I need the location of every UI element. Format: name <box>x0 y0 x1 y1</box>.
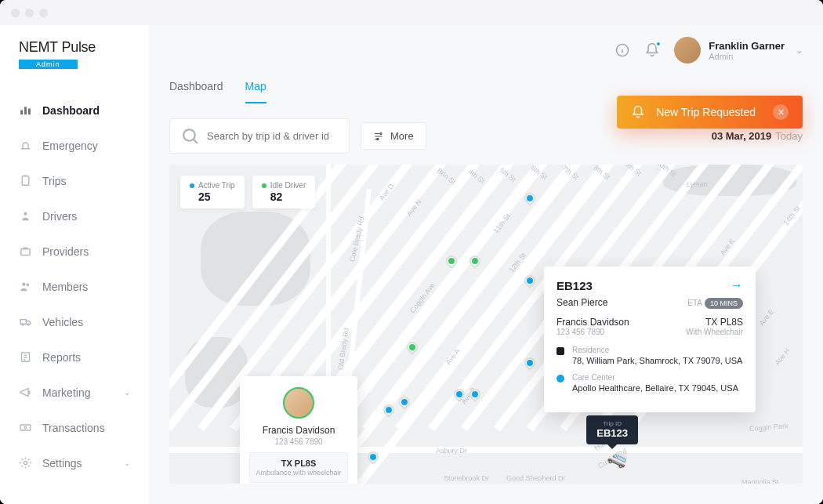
tab-map[interactable]: Map <box>245 75 266 103</box>
trip-plate: TX PL8S <box>686 317 743 328</box>
bell-icon <box>631 105 645 119</box>
sidebar-item-vehicles[interactable]: Vehicles <box>0 305 149 339</box>
sidebar-item-label: Settings <box>42 457 82 470</box>
driver-popup[interactable]: Francis Davidson 123 456 7890 TX PL8S Am… <box>240 376 357 484</box>
close-notification-button[interactable]: ✕ <box>773 104 789 120</box>
search-icon <box>180 126 200 146</box>
sidebar-item-settings[interactable]: Settings⌄ <box>0 446 149 480</box>
svg-point-14 <box>24 461 27 464</box>
eta-value: 10 MINS <box>705 298 743 309</box>
map-trip-badge[interactable]: Trip ID EB123 <box>586 415 638 444</box>
search-field[interactable] <box>169 118 350 154</box>
sidebar-item-transactions[interactable]: Transactions <box>0 411 149 444</box>
location-address: Apollo Healthcare, Bellaire, TX 79045, U… <box>572 383 738 393</box>
legend-idle-driver: Idle Driver 82 <box>252 176 316 208</box>
sidebar-item-reports[interactable]: Reports <box>0 340 149 374</box>
trip-popup[interactable]: EB123 → Sean Pierce ETA10 MINS Francis D… <box>544 267 756 412</box>
sidebar-item-label: Transactions <box>42 422 105 434</box>
map-pin[interactable] <box>470 389 480 400</box>
main: Franklin Garner Admin ⌄ DashboardMap New… <box>149 25 823 504</box>
map-pin[interactable] <box>470 256 480 267</box>
map-pin[interactable] <box>524 275 535 286</box>
traffic-light-close[interactable] <box>11 9 20 17</box>
map-pin[interactable] <box>524 357 535 368</box>
svg-point-13 <box>24 426 27 429</box>
map-pin[interactable] <box>368 451 379 462</box>
svg-rect-5 <box>21 249 30 256</box>
driver-phone: 123 456 7890 <box>249 437 348 446</box>
map-pin[interactable] <box>524 193 535 204</box>
sidebar-item-label: Marketing <box>42 386 90 399</box>
legend-active-label: Active Trip <box>198 181 235 190</box>
truck-icon <box>19 315 32 328</box>
sidebar-item-label: Reports <box>42 351 81 364</box>
trip-driver: Francis Davidson <box>557 317 629 328</box>
map-pin[interactable] <box>446 256 457 267</box>
cash-icon <box>19 421 32 434</box>
notification-bell-icon[interactable] <box>644 42 660 58</box>
more-label: More <box>390 130 414 142</box>
map-pin[interactable] <box>399 397 410 408</box>
road-label: Brin St <box>436 167 457 187</box>
eta-label: ETA <box>687 299 702 307</box>
map-pin[interactable] <box>407 342 418 353</box>
road-label: Stonebrook Dr <box>444 474 489 482</box>
notification-text: New Trip Requested <box>656 106 756 118</box>
window-titlebar <box>0 0 823 25</box>
svg-rect-12 <box>20 425 31 430</box>
svg-point-16 <box>183 129 195 141</box>
svg-point-6 <box>22 283 25 286</box>
road-label: Asbury Dr <box>436 447 467 455</box>
sidebar-item-label: Drivers <box>42 210 77 223</box>
sidebar: NEMT Pulse Admin DashboardEmergencyTrips… <box>0 25 149 504</box>
traffic-light-max[interactable] <box>39 9 48 17</box>
user-menu[interactable]: Franklin Garner Admin ⌄ <box>674 37 803 63</box>
trip-location: Residence78, William Park, Shamrock, TX … <box>557 346 743 365</box>
sidebar-item-dashboard[interactable]: Dashboard <box>0 93 149 127</box>
trip-expand-icon[interactable]: → <box>731 278 743 292</box>
svg-rect-2 <box>28 108 31 114</box>
location-marker-icon <box>557 375 564 383</box>
search-input[interactable] <box>207 130 339 142</box>
more-filters-button[interactable]: More <box>361 122 426 150</box>
sidebar-item-trips[interactable]: Trips <box>0 164 149 198</box>
sidebar-item-label: Dashboard <box>42 104 100 117</box>
location-address: 78, William Park, Shamrock, TX 79079, US… <box>572 356 742 365</box>
chevron-down-icon: ⌄ <box>796 45 803 56</box>
sidebar-item-providers[interactable]: Providers <box>0 234 149 268</box>
location-type: Care Center <box>572 373 738 382</box>
trip-location: Care CenterApollo Healthcare, Bellaire, … <box>557 373 743 393</box>
trip-notification[interactable]: New Trip Requested ✕ <box>617 96 803 129</box>
sidebar-item-drivers[interactable]: Drivers <box>0 199 149 233</box>
traffic-light-min[interactable] <box>25 9 34 17</box>
date-display: 03 Mar, 2019Today <box>712 130 803 142</box>
road-label: Ave D <box>378 182 396 201</box>
info-icon[interactable] <box>615 42 630 58</box>
map[interactable]: Cole Brady RdOld Brady RdAsbury DrStoneb… <box>169 165 803 484</box>
map-pin[interactable] <box>383 404 394 415</box>
bar-chart-icon <box>19 103 32 117</box>
sidebar-item-emergency[interactable]: Emergency <box>0 129 149 162</box>
road-label: Lyman <box>687 180 708 188</box>
sidebar-item-label: Emergency <box>42 140 98 152</box>
date-relative: Today <box>775 130 803 142</box>
siren-icon <box>19 139 32 152</box>
sidebar-item-label: Vehicles <box>42 316 83 328</box>
svg-rect-3 <box>22 176 29 185</box>
gear-icon <box>19 456 32 470</box>
tab-dashboard[interactable]: Dashboard <box>169 75 223 103</box>
map-pin[interactable] <box>454 389 465 400</box>
sidebar-item-marketing[interactable]: Marketing⌄ <box>0 375 149 409</box>
date-value: 03 Mar, 2019 <box>712 130 772 142</box>
trip-driver-phone: 123 456 7890 <box>557 328 629 336</box>
logo-subtitle: Admin <box>19 60 78 69</box>
road-label: 4th St <box>466 168 486 185</box>
chevron-down-icon: ⌄ <box>124 459 130 467</box>
svg-point-4 <box>24 212 27 216</box>
users-icon <box>19 280 32 293</box>
sidebar-item-members[interactable]: Members <box>0 270 149 303</box>
svg-point-17 <box>380 132 382 134</box>
legend-active-trip: Active Trip 25 <box>180 176 245 208</box>
clipboard-icon <box>19 174 32 187</box>
road-label: Good Shepherd Dr <box>506 474 566 482</box>
